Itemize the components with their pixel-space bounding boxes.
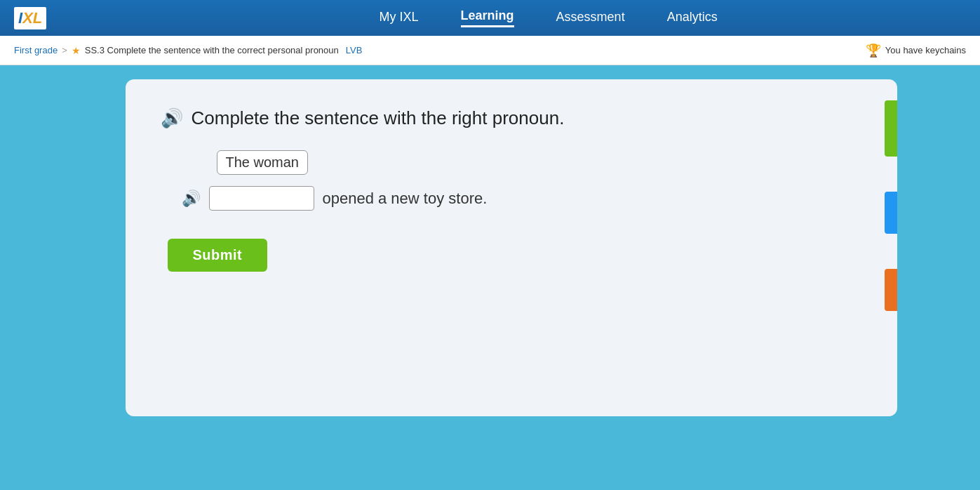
speaker-icon-main[interactable]: 🔊 (161, 107, 183, 129)
breadcrumb-home[interactable]: First grade (14, 45, 58, 55)
content-card: 🔊 Complete the sentence with the right p… (126, 79, 897, 416)
nav-links: My IXL Learning Assessment Analytics (130, 8, 966, 27)
main-area: 🔊 Complete the sentence with the right p… (0, 65, 980, 490)
nav-myixl[interactable]: My IXL (380, 10, 419, 27)
nav-assessment[interactable]: Assessment (556, 10, 625, 27)
subject-box: The woman (217, 150, 309, 175)
nav-analytics[interactable]: Analytics (667, 10, 718, 27)
speaker-icon-sentence[interactable]: 🔊 (182, 190, 201, 208)
logo-area[interactable]: IXL (14, 7, 46, 29)
breadcrumb-bar: First grade > ★ SS.3 Complete the senten… (0, 36, 980, 65)
sentence-rest: opened a new toy store. (323, 190, 488, 208)
breadcrumb-code[interactable]: LVB (346, 45, 363, 55)
keychain-icon: 🏆 (866, 43, 881, 58)
breadcrumb-section: SS.3 Complete the sentence with the corr… (85, 45, 339, 55)
right-tab-orange (885, 269, 897, 311)
logo-xl: XL (22, 9, 42, 27)
question-text: Complete the sentence with the right pro… (192, 107, 565, 129)
navbar: IXL My IXL Learning Assessment Analytics (0, 0, 980, 36)
breadcrumb-star-icon: ★ (72, 45, 81, 56)
keychain-text: You have keychains (885, 45, 966, 55)
submit-button[interactable]: Submit (168, 239, 268, 272)
breadcrumb: First grade > ★ SS.3 Complete the senten… (14, 45, 362, 56)
nav-learning[interactable]: Learning (461, 8, 514, 27)
question-header: 🔊 Complete the sentence with the right p… (161, 107, 862, 129)
answer-input[interactable] (209, 186, 314, 211)
right-tab-green (885, 100, 897, 157)
sentence-row: 🔊 opened a new toy store. (182, 186, 862, 211)
keychain-area: 🏆 You have keychains (866, 43, 966, 58)
sentence-area: The woman 🔊 opened a new toy store. (175, 150, 862, 211)
logo-box: IXL (14, 7, 46, 29)
breadcrumb-separator: > (62, 45, 67, 55)
right-tab-blue (885, 192, 897, 234)
